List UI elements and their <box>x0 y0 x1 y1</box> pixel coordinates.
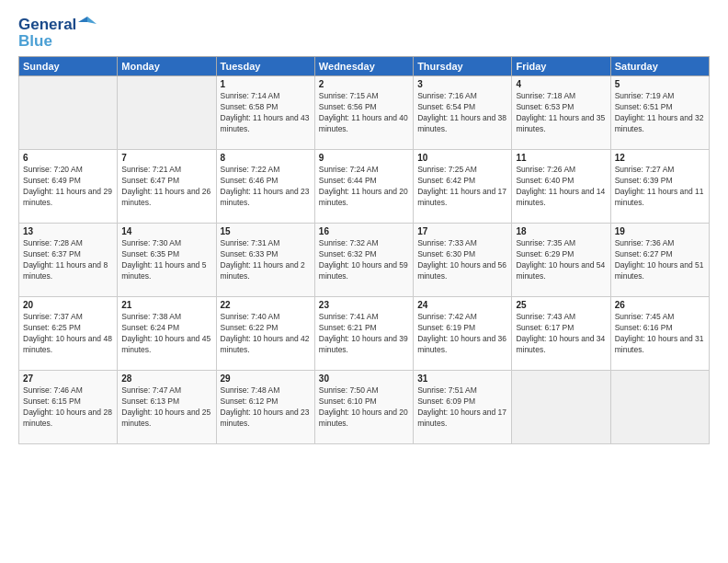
page-header: General Blue <box>18 15 710 49</box>
logo-bird-icon <box>78 15 97 33</box>
calendar-day-header: Saturday <box>610 57 709 76</box>
calendar-day-header: Sunday <box>19 57 118 76</box>
day-info: Sunrise: 7:51 AM Sunset: 6:09 PM Dayligh… <box>417 385 507 430</box>
day-info: Sunrise: 7:20 AM Sunset: 6:49 PM Dayligh… <box>23 165 113 209</box>
calendar-cell: 3Sunrise: 7:16 AM Sunset: 6:54 PM Daylig… <box>414 76 512 150</box>
day-number: 17 <box>417 226 507 236</box>
calendar-body: 1Sunrise: 7:14 AM Sunset: 6:58 PM Daylig… <box>19 76 710 444</box>
calendar-day-header: Friday <box>512 57 610 76</box>
day-info: Sunrise: 7:21 AM Sunset: 6:47 PM Dayligh… <box>121 165 211 209</box>
calendar-cell: 31Sunrise: 7:51 AM Sunset: 6:09 PM Dayli… <box>414 371 512 444</box>
day-info: Sunrise: 7:37 AM Sunset: 6:25 PM Dayligh… <box>23 312 113 356</box>
day-info: Sunrise: 7:35 AM Sunset: 6:29 PM Dayligh… <box>516 238 606 282</box>
day-number: 21 <box>121 300 211 310</box>
day-info: Sunrise: 7:40 AM Sunset: 6:22 PM Dayligh… <box>221 312 311 356</box>
calendar-week-row: 6Sunrise: 7:20 AM Sunset: 6:49 PM Daylig… <box>19 150 710 224</box>
day-info: Sunrise: 7:50 AM Sunset: 6:10 PM Dayligh… <box>319 385 409 430</box>
calendar-cell: 15Sunrise: 7:31 AM Sunset: 6:33 PM Dayli… <box>216 224 314 297</box>
calendar-table: SundayMondayTuesdayWednesdayThursdayFrid… <box>18 56 710 444</box>
calendar-header-row: SundayMondayTuesdayWednesdayThursdayFrid… <box>19 57 710 76</box>
day-info: Sunrise: 7:26 AM Sunset: 6:40 PM Dayligh… <box>516 165 606 209</box>
calendar-cell <box>118 76 216 150</box>
day-number: 29 <box>221 373 311 384</box>
calendar-week-row: 27Sunrise: 7:46 AM Sunset: 6:15 PM Dayli… <box>19 371 710 444</box>
day-info: Sunrise: 7:19 AM Sunset: 6:51 PM Dayligh… <box>615 91 705 135</box>
svg-marker-1 <box>78 17 87 22</box>
day-number: 1 <box>221 79 311 89</box>
calendar-cell: 19Sunrise: 7:36 AM Sunset: 6:27 PM Dayli… <box>610 224 709 297</box>
calendar-day-header: Thursday <box>414 57 512 76</box>
svg-marker-0 <box>87 17 97 24</box>
calendar-cell: 26Sunrise: 7:45 AM Sunset: 6:16 PM Dayli… <box>610 297 709 371</box>
calendar-cell: 6Sunrise: 7:20 AM Sunset: 6:49 PM Daylig… <box>19 150 118 224</box>
calendar-cell: 2Sunrise: 7:15 AM Sunset: 6:56 PM Daylig… <box>314 76 413 150</box>
calendar-week-row: 20Sunrise: 7:37 AM Sunset: 6:25 PM Dayli… <box>19 297 710 371</box>
day-info: Sunrise: 7:43 AM Sunset: 6:17 PM Dayligh… <box>516 312 606 356</box>
day-number: 22 <box>221 300 311 310</box>
calendar-cell: 9Sunrise: 7:24 AM Sunset: 6:44 PM Daylig… <box>314 150 413 224</box>
day-number: 5 <box>615 79 705 89</box>
calendar-cell: 17Sunrise: 7:33 AM Sunset: 6:30 PM Dayli… <box>414 224 512 297</box>
day-number: 15 <box>221 226 311 236</box>
day-number: 6 <box>23 153 113 163</box>
day-info: Sunrise: 7:38 AM Sunset: 6:24 PM Dayligh… <box>121 312 211 356</box>
day-info: Sunrise: 7:33 AM Sunset: 6:30 PM Dayligh… <box>417 238 507 282</box>
day-number: 26 <box>615 300 705 310</box>
calendar-week-row: 13Sunrise: 7:28 AM Sunset: 6:37 PM Dayli… <box>19 224 710 297</box>
calendar-cell: 29Sunrise: 7:48 AM Sunset: 6:12 PM Dayli… <box>216 371 314 444</box>
day-number: 30 <box>319 373 409 384</box>
calendar-cell: 25Sunrise: 7:43 AM Sunset: 6:17 PM Dayli… <box>512 297 610 371</box>
calendar-cell: 14Sunrise: 7:30 AM Sunset: 6:35 PM Dayli… <box>118 224 216 297</box>
day-info: Sunrise: 7:32 AM Sunset: 6:32 PM Dayligh… <box>319 238 409 282</box>
day-info: Sunrise: 7:28 AM Sunset: 6:37 PM Dayligh… <box>23 238 113 282</box>
day-info: Sunrise: 7:16 AM Sunset: 6:54 PM Dayligh… <box>417 91 507 135</box>
day-info: Sunrise: 7:48 AM Sunset: 6:12 PM Dayligh… <box>221 385 311 430</box>
calendar-cell: 12Sunrise: 7:27 AM Sunset: 6:39 PM Dayli… <box>610 150 709 224</box>
calendar-week-row: 1Sunrise: 7:14 AM Sunset: 6:58 PM Daylig… <box>19 76 710 150</box>
calendar-cell: 7Sunrise: 7:21 AM Sunset: 6:47 PM Daylig… <box>118 150 216 224</box>
calendar-cell: 5Sunrise: 7:19 AM Sunset: 6:51 PM Daylig… <box>610 76 709 150</box>
day-info: Sunrise: 7:46 AM Sunset: 6:15 PM Dayligh… <box>23 385 113 430</box>
calendar-cell: 8Sunrise: 7:22 AM Sunset: 6:46 PM Daylig… <box>216 150 314 224</box>
calendar-cell: 1Sunrise: 7:14 AM Sunset: 6:58 PM Daylig… <box>216 76 314 150</box>
day-number: 4 <box>516 79 606 89</box>
day-number: 7 <box>121 153 211 163</box>
day-number: 8 <box>221 153 311 163</box>
calendar-cell: 4Sunrise: 7:18 AM Sunset: 6:53 PM Daylig… <box>512 76 610 150</box>
calendar-cell <box>19 76 118 150</box>
day-number: 19 <box>615 226 705 236</box>
calendar-cell: 16Sunrise: 7:32 AM Sunset: 6:32 PM Dayli… <box>314 224 413 297</box>
calendar-cell: 23Sunrise: 7:41 AM Sunset: 6:21 PM Dayli… <box>314 297 413 371</box>
day-info: Sunrise: 7:15 AM Sunset: 6:56 PM Dayligh… <box>319 91 409 135</box>
day-number: 28 <box>121 373 211 384</box>
day-number: 18 <box>516 226 606 236</box>
day-number: 14 <box>121 226 211 236</box>
day-info: Sunrise: 7:22 AM Sunset: 6:46 PM Dayligh… <box>221 165 311 209</box>
day-number: 13 <box>23 226 113 236</box>
day-number: 16 <box>319 226 409 236</box>
day-number: 3 <box>417 79 507 89</box>
day-number: 27 <box>23 373 113 384</box>
calendar-cell: 10Sunrise: 7:25 AM Sunset: 6:42 PM Dayli… <box>414 150 512 224</box>
calendar-cell: 27Sunrise: 7:46 AM Sunset: 6:15 PM Dayli… <box>19 371 118 444</box>
calendar-cell: 20Sunrise: 7:37 AM Sunset: 6:25 PM Dayli… <box>19 297 118 371</box>
day-number: 31 <box>417 373 507 384</box>
logo-blue: Blue <box>18 33 52 49</box>
day-info: Sunrise: 7:27 AM Sunset: 6:39 PM Dayligh… <box>615 165 705 209</box>
calendar-cell: 11Sunrise: 7:26 AM Sunset: 6:40 PM Dayli… <box>512 150 610 224</box>
day-number: 2 <box>319 79 409 89</box>
day-info: Sunrise: 7:31 AM Sunset: 6:33 PM Dayligh… <box>221 238 311 282</box>
calendar-cell: 28Sunrise: 7:47 AM Sunset: 6:13 PM Dayli… <box>118 371 216 444</box>
calendar-cell: 21Sunrise: 7:38 AM Sunset: 6:24 PM Dayli… <box>118 297 216 371</box>
day-info: Sunrise: 7:24 AM Sunset: 6:44 PM Dayligh… <box>319 165 409 209</box>
day-info: Sunrise: 7:41 AM Sunset: 6:21 PM Dayligh… <box>319 312 409 356</box>
day-number: 24 <box>417 300 507 310</box>
calendar-cell: 22Sunrise: 7:40 AM Sunset: 6:22 PM Dayli… <box>216 297 314 371</box>
day-info: Sunrise: 7:18 AM Sunset: 6:53 PM Dayligh… <box>516 91 606 135</box>
day-info: Sunrise: 7:47 AM Sunset: 6:13 PM Dayligh… <box>121 385 211 430</box>
day-info: Sunrise: 7:45 AM Sunset: 6:16 PM Dayligh… <box>615 312 705 356</box>
calendar-cell <box>610 371 709 444</box>
day-info: Sunrise: 7:36 AM Sunset: 6:27 PM Dayligh… <box>615 238 705 282</box>
calendar-day-header: Tuesday <box>216 57 314 76</box>
calendar-cell: 18Sunrise: 7:35 AM Sunset: 6:29 PM Dayli… <box>512 224 610 297</box>
